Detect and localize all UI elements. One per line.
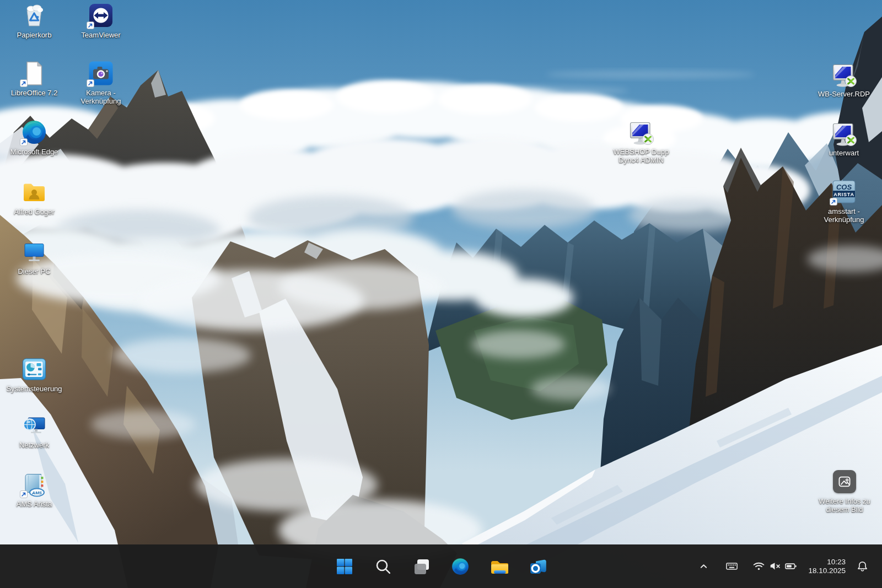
desktop-icon-label: Microsoft Edge [10, 148, 58, 156]
desktop-icon-unterwart[interactable]: unterwart [814, 120, 874, 157]
desktop-icon-netzwerk[interactable]: Netzwerk [4, 412, 64, 449]
clock-time: 10:23 [827, 558, 846, 567]
desktop-icon-label: Dieser PC [18, 267, 50, 276]
this-pc-icon [21, 239, 47, 265]
document-page-icon [21, 60, 47, 87]
cos-arista-icon [831, 179, 857, 205]
desktop-icon-ams-arista[interactable]: AMS Arista [4, 471, 64, 508]
clock[interactable]: 10:23 18.10.2025 [805, 555, 849, 578]
user-folder-icon [21, 179, 47, 206]
start-button[interactable] [330, 552, 359, 581]
desktop-icon-label: Netzwerk [19, 441, 49, 449]
keyboard-icon [725, 559, 739, 573]
edge-icon [21, 119, 47, 145]
edge-taskbar-button[interactable] [445, 552, 475, 581]
recycle-bin-icon [21, 2, 47, 29]
desktop-icon-label: TeamViewer [81, 31, 120, 39]
outlook-icon [528, 557, 547, 576]
desktop-icon-label: Kamera - Verknüpfung [80, 89, 121, 105]
volume-muted-icon [768, 559, 782, 573]
battery-icon [784, 559, 798, 573]
touch-keyboard-button[interactable] [722, 554, 741, 579]
edge-icon [451, 557, 470, 576]
task-view-icon [412, 557, 431, 576]
notifications-button[interactable] [852, 554, 872, 579]
desktop-icon-teamviewer[interactable]: TeamViewer [71, 2, 131, 39]
address-book-icon [21, 471, 47, 498]
search-button[interactable] [368, 552, 398, 581]
rdp-connection-icon [628, 119, 654, 145]
desktop-icon-label: WB-Server.RDP [818, 90, 870, 98]
wifi-icon [752, 559, 766, 573]
quick-settings-button[interactable] [750, 554, 799, 579]
desktop-icon-label: unterwart [829, 149, 859, 157]
spotlight-info: Weitere Infos zu diesem Bild [806, 470, 882, 514]
spotlight-info-button[interactable] [833, 470, 856, 493]
clock-date: 18.10.2025 [808, 567, 846, 575]
chevron-up-icon [697, 559, 711, 573]
control-panel-icon [21, 356, 47, 382]
taskbar-center-buttons [330, 544, 552, 588]
shortcut-arrow-icon [20, 490, 28, 498]
shortcut-arrow-icon [20, 138, 28, 146]
shortcut-arrow-icon [830, 198, 837, 206]
desktop-icon-alfred-goger[interactable]: Alfred Goger [4, 179, 64, 216]
teamviewer-icon [88, 2, 114, 29]
system-tray: 10:23 18.10.2025 [695, 544, 882, 588]
desktop-icon-dieser-pc[interactable]: Dieser PC [4, 239, 64, 276]
desktop-icon-label: Alfred Goger [14, 208, 55, 216]
desktop-icon-amsstart[interactable]: amsstart - Verknüpfung [814, 179, 874, 224]
desktop-icon-label: Papierkorb [17, 31, 52, 39]
desktop-icon-webshop-dupp[interactable]: WEBSHOP Dupp Dync4 ADMIN [611, 119, 671, 164]
desktop-icon-kamera[interactable]: Kamera - Verknüpfung [71, 60, 131, 105]
network-icon [21, 412, 47, 439]
desktop-icon-systemsteuerung[interactable]: Systemsteuerung [4, 356, 64, 393]
windows-start-icon [335, 557, 354, 576]
image-icon [837, 474, 852, 489]
desktop-icon-papierkorb[interactable]: Papierkorb [4, 2, 64, 39]
desktop-icon-libreoffice[interactable]: LibreOffice 7.2 [4, 60, 64, 97]
desktop-icon-label: Systemsteuerung [6, 385, 62, 393]
bell-icon [856, 559, 869, 573]
shortcut-arrow-icon [87, 21, 94, 29]
hidden-icons-button[interactable] [695, 554, 712, 579]
desktop-icon-label: LibreOffice 7.2 [11, 89, 57, 97]
desktop-icon-label: amsstart - Verknüpfung [824, 207, 864, 224]
search-icon [374, 557, 392, 576]
shortcut-arrow-icon [87, 79, 94, 87]
shortcut-arrow-icon [20, 79, 28, 87]
camera-icon [88, 60, 114, 87]
desktop-icon-microsoft-edge[interactable]: Microsoft Edge [4, 119, 64, 156]
desktop-icon-label: WEBSHOP Dupp Dync4 ADMIN [614, 148, 669, 164]
rdp-connection-icon [831, 120, 857, 147]
file-explorer-icon [490, 557, 508, 576]
desktop-icon-wb-server-rdp[interactable]: WB-Server.RDP [814, 61, 874, 98]
taskbar: 10:23 18.10.2025 [0, 544, 882, 588]
desktop-wallpaper [0, 0, 882, 588]
spotlight-info-label: Weitere Infos zu diesem Bild [819, 497, 870, 514]
desktop-icon-label: AMS Arista [17, 500, 52, 508]
file-explorer-button[interactable] [484, 552, 514, 581]
task-view-button[interactable] [407, 552, 437, 581]
outlook-button[interactable] [523, 552, 552, 581]
rdp-connection-icon [831, 61, 857, 88]
